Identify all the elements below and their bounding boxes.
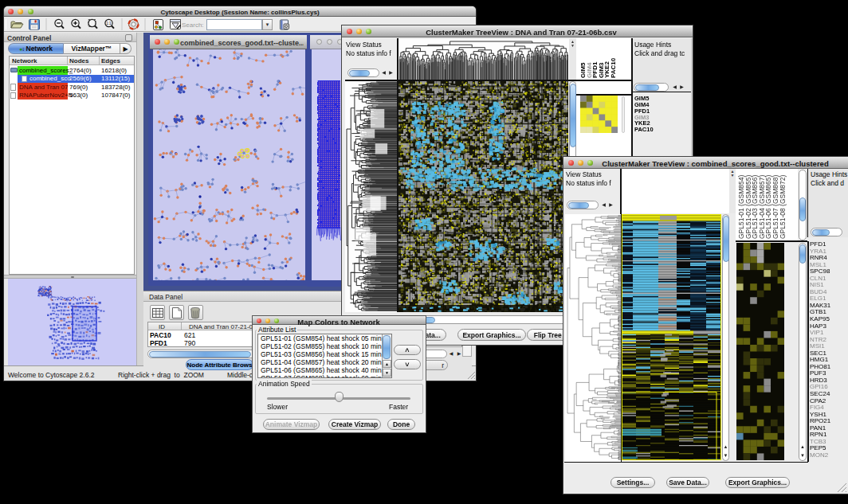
- svg-text:1:1: 1:1: [106, 21, 112, 25]
